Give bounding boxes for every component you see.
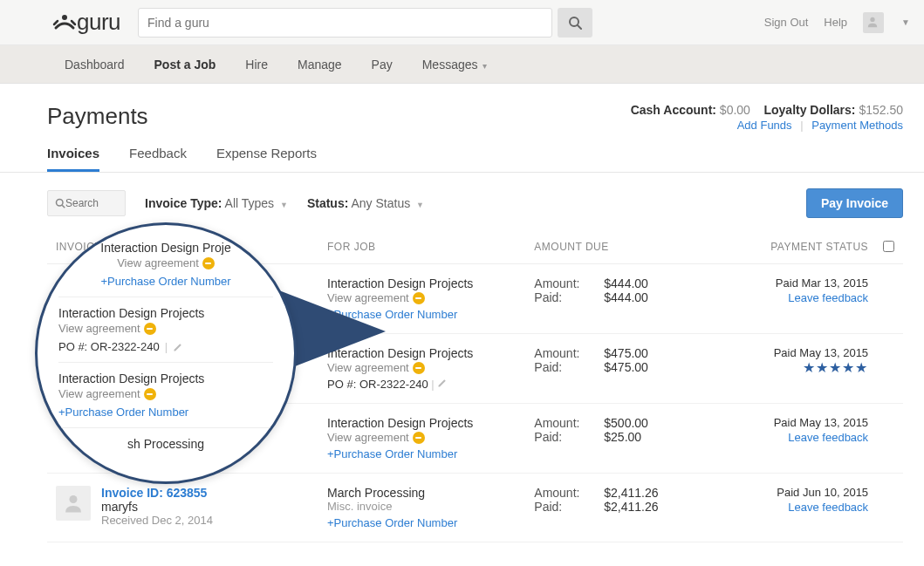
pencil-icon[interactable]: [437, 378, 448, 388]
paid-value: $25.00: [604, 430, 691, 444]
paid-label: Paid:: [534, 290, 604, 304]
svg-point-0: [62, 15, 67, 20]
pencil-icon[interactable]: [173, 342, 183, 352]
chevron-down-icon: ▼: [280, 201, 288, 209]
magnifier-callout: Interaction Design Proje View agreement …: [35, 222, 297, 484]
job-title: March Processing: [327, 486, 534, 500]
payment-methods-link[interactable]: Payment Methods: [811, 119, 903, 132]
loyalty-label: Loyalty Dollars:: [763, 103, 855, 117]
account-summary: Cash Account: $0.00 Loyalty Dollars: $15…: [631, 103, 903, 132]
amount-value: $500.00: [604, 416, 691, 430]
view-agreement-link[interactable]: View agreement: [58, 256, 273, 269]
svg-point-6: [70, 495, 78, 503]
po-number-text: PO #: OR-2322-240 |: [58, 340, 273, 353]
table-search[interactable]: [47, 190, 126, 216]
invoice-user: maryfs: [101, 500, 327, 514]
search-button[interactable]: [558, 8, 592, 38]
paid-value: $444.00: [604, 290, 691, 304]
paid-value: $475.00: [604, 360, 691, 374]
person-icon: [866, 16, 880, 30]
agreement-icon: [144, 388, 156, 400]
agreement-icon: [413, 432, 425, 444]
misc-invoice-label: Misc. invoice: [327, 500, 534, 513]
svg-line-2: [578, 25, 581, 29]
job-title: Interaction Design Projects: [327, 416, 534, 430]
brand-text: guru: [77, 9, 120, 36]
col-for-job: FOR JOB: [327, 241, 534, 255]
tab-invoices[interactable]: Invoices: [47, 146, 99, 172]
nav-pay[interactable]: Pay: [372, 58, 393, 72]
amount-value: $475.00: [604, 346, 691, 360]
rating-stars: ★★★★★: [763, 359, 868, 376]
amount-value: $2,411.26: [604, 486, 691, 500]
chevron-down-icon: ▾: [483, 61, 487, 71]
paid-date: Paid May 13, 2015: [763, 416, 868, 429]
view-agreement-link[interactable]: View agreement: [327, 431, 425, 444]
chevron-down-icon: ▼: [416, 201, 424, 209]
svg-line-5: [62, 205, 65, 208]
callout-title: sh Processing: [58, 437, 273, 451]
col-amount-due: AMOUNT DUE: [534, 241, 763, 255]
logo-icon: [52, 12, 77, 33]
help-link[interactable]: Help: [824, 16, 847, 29]
svg-point-4: [57, 200, 64, 207]
paid-value: $2,411.26: [604, 500, 691, 514]
nav-dashboard[interactable]: Dashboard: [65, 58, 125, 72]
search-icon: [568, 16, 582, 30]
leave-feedback-link[interactable]: Leave feedback: [763, 291, 868, 304]
cash-label: Cash Account:: [631, 103, 716, 117]
add-funds-link[interactable]: Add Funds: [737, 119, 792, 132]
user-menu[interactable]: [863, 12, 884, 33]
nav-messages[interactable]: Messages ▾: [422, 58, 488, 72]
nav-hire[interactable]: Hire: [245, 58, 268, 72]
brand-logo[interactable]: guru: [52, 9, 120, 36]
tab-feedback[interactable]: Feedback: [129, 146, 187, 172]
col-payment-status: PAYMENT STATUS: [763, 241, 868, 255]
view-agreement-link[interactable]: View agreement: [58, 322, 273, 335]
callout-title: Interaction Design Projects: [58, 306, 273, 320]
cash-value: $0.00: [720, 103, 750, 117]
user-avatar: [56, 486, 91, 521]
table-search-input[interactable]: [65, 197, 111, 209]
po-number-link[interactable]: +Purchase Order Number: [327, 516, 457, 529]
agreement-icon: [144, 323, 156, 335]
po-number-link[interactable]: +Purchase Order Number: [58, 275, 273, 288]
topbar: guru Sign Out Help ▼: [0, 0, 924, 45]
search-input[interactable]: [138, 8, 552, 38]
svg-point-3: [870, 17, 874, 21]
amount-value: $444.00: [604, 276, 691, 290]
chevron-down-icon: ▼: [901, 17, 910, 27]
view-agreement-link[interactable]: View agreement: [58, 387, 273, 400]
sign-out-link[interactable]: Sign Out: [764, 16, 809, 29]
page-title: Payments: [47, 103, 148, 130]
invoice-id-link[interactable]: Invoice ID: 623855: [101, 486, 207, 500]
top-links: Sign Out Help ▼: [764, 12, 910, 33]
agreement-icon: [413, 292, 425, 304]
loyalty-value: $152.50: [859, 103, 903, 117]
po-number-text: PO #: OR-2322-240 |: [327, 378, 534, 391]
agreement-icon: [413, 362, 425, 374]
filter-invoice-type[interactable]: Invoice Type: All Types ▼: [145, 196, 288, 210]
callout-title: Interaction Design Projects: [58, 372, 273, 385]
paid-date: Paid Mar 13, 2015: [763, 276, 868, 290]
leave-feedback-link[interactable]: Leave feedback: [763, 431, 868, 444]
po-number-link[interactable]: +Purchase Order Number: [58, 406, 273, 419]
filter-row: Invoice Type: All Types ▼ Status: Any St…: [47, 188, 903, 218]
search-icon: [55, 198, 65, 208]
sub-tabs: Invoices Feedback Expense Reports: [0, 146, 924, 173]
paid-date: Paid May 13, 2015: [763, 346, 868, 359]
tab-expense[interactable]: Expense Reports: [216, 146, 317, 172]
pay-invoice-button[interactable]: Pay Invoice: [806, 188, 903, 218]
select-all-checkbox[interactable]: [883, 241, 894, 252]
nav-post-job[interactable]: Post a Job: [154, 58, 216, 72]
agreement-icon: [202, 257, 215, 269]
nav-manage[interactable]: Manage: [298, 58, 342, 72]
paid-date: Paid Jun 10, 2015: [763, 486, 868, 499]
filter-status[interactable]: Status: Any Status ▼: [307, 196, 424, 210]
main-nav: Dashboard Post a Job Hire Manage Pay Mes…: [0, 45, 924, 84]
page-header: Payments Cash Account: $0.00 Loyalty Dol…: [47, 103, 903, 132]
po-number-link[interactable]: +Purchase Order Number: [327, 447, 457, 460]
amount-label: Amount:: [534, 276, 604, 290]
invoice-received-date: Received Dec 2, 2014: [101, 514, 327, 527]
leave-feedback-link[interactable]: Leave feedback: [763, 501, 868, 514]
